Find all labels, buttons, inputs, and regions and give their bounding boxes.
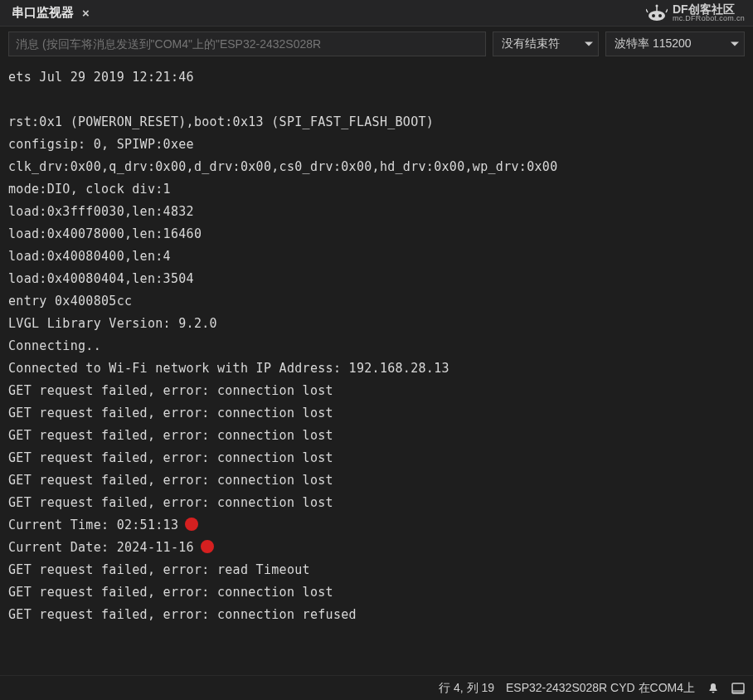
console-line: Current Date: 2024-11-16 [8, 537, 745, 559]
line-ending-value: 没有结束符 [502, 36, 560, 51]
svg-point-1 [652, 14, 655, 17]
console-line: GET request failed, error: connection lo… [8, 492, 745, 514]
console-line: clk_drv:0x00,q_drv:0x00,d_drv:0x00,cs0_d… [8, 156, 745, 178]
console-line: LVGL Library Version: 9.2.0 [8, 313, 745, 335]
panel-toggle-icon[interactable] [731, 683, 745, 694]
svg-point-2 [658, 14, 662, 17]
console-line: load:0x40080400,len:4 [8, 245, 745, 268]
serial-console[interactable]: ets Jul 29 2019 12:21:46 rst:0x1 (POWERO… [0, 61, 753, 675]
console-line: GET request failed, error: connection lo… [8, 380, 745, 402]
watermark-url: mc.DFRobot.com.cn [673, 15, 745, 22]
console-line: Current Time: 02:51:13 [8, 514, 745, 537]
console-line: load:0x40080404,len:3504 [8, 268, 745, 290]
board-port-status[interactable]: ESP32-2432S028R CYD 在COM4上 [506, 681, 695, 696]
annotation-dot-icon [201, 540, 214, 553]
console-line: ets Jul 29 2019 12:21:46 [8, 66, 745, 89]
console-line: rst:0x1 (POWERON_RESET),boot:0x13 (SPI_F… [8, 111, 745, 134]
chevron-down-icon [731, 42, 739, 46]
message-input[interactable] [8, 32, 486, 56]
console-line: GET request failed, error: connection lo… [8, 469, 745, 492]
close-icon[interactable]: × [82, 6, 90, 20]
tab-title: 串口监视器 [12, 5, 74, 21]
baud-rate-dropdown[interactable]: 波特率 115200 [605, 32, 745, 56]
console-line: mode:DIO, clock div:1 [8, 178, 745, 201]
console-line: GET request failed, error: connection re… [8, 604, 745, 626]
console-line: entry 0x400805cc [8, 290, 745, 313]
watermark: DF创客社区 mc.DFRobot.com.cn [646, 3, 745, 22]
svg-rect-6 [732, 690, 744, 693]
titlebar: 串口监视器 × [0, 0, 753, 27]
svg-point-0 [649, 11, 665, 21]
svg-point-4 [655, 4, 658, 7]
line-ending-dropdown[interactable]: 没有结束符 [493, 32, 599, 56]
console-line: load:0x3fff0030,len:4832 [8, 201, 745, 223]
console-line: GET request failed, error: connection lo… [8, 447, 745, 469]
console-line: GET request failed, error: read Timeout [8, 559, 745, 581]
robot-icon [646, 4, 668, 22]
bell-icon[interactable] [707, 682, 720, 695]
console-line: Connecting.. [8, 335, 745, 357]
chevron-down-icon [585, 42, 593, 46]
toolbar: 没有结束符 波特率 115200 [0, 27, 753, 61]
console-line [8, 89, 745, 111]
statusbar: 行 4, 列 19 ESP32-2432S028R CYD 在COM4上 [0, 675, 753, 700]
baud-rate-value: 波特率 115200 [615, 36, 692, 51]
console-line: GET request failed, error: connection lo… [8, 581, 745, 604]
console-line: GET request failed, error: connection lo… [8, 425, 745, 447]
console-line: configsip: 0, SPIWP:0xee [8, 134, 745, 156]
watermark-brand: DF创客社区 [673, 3, 745, 15]
annotation-dot-icon [185, 518, 198, 531]
cursor-position: 行 4, 列 19 [439, 681, 494, 696]
console-line: Connected to Wi-Fi network with IP Addre… [8, 357, 745, 380]
serial-monitor-tab[interactable]: 串口监视器 × [7, 2, 95, 24]
console-line: load:0x40078000,len:16460 [8, 223, 745, 245]
console-line: GET request failed, error: connection lo… [8, 402, 745, 425]
